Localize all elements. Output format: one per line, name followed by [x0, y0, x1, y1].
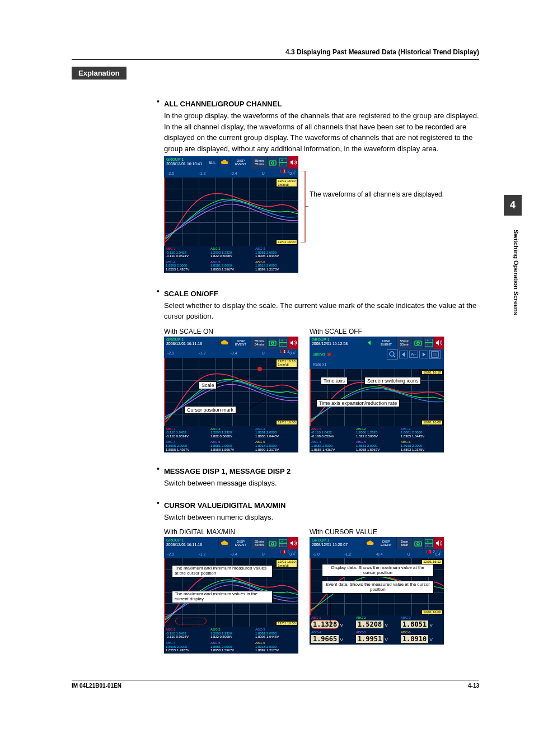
svg-text:×: × — [427, 543, 429, 547]
bullet-icon: • — [157, 464, 160, 475]
section-body-message: Switch between message displays. — [164, 478, 479, 489]
callout-rate: Time axis expansion/reduction rate — [316, 399, 400, 407]
svg-point-15 — [417, 342, 419, 344]
status-icon — [218, 337, 230, 349]
figure-scale-off: GROUP 12008/12/01 16:12:58 DISPEVENT 55m… — [310, 337, 444, 453]
channel-footer: ABC-1-0.110 1.0452-0.110 0.0524VABC-21.2… — [164, 426, 298, 453]
callout-maxmin-cursor: The maximum and minimum measured values … — [172, 565, 273, 577]
time-label: 12/01 16:00 — [276, 621, 297, 626]
axis-row: -2.0-1.2-0.4U0.411234 — [164, 169, 298, 178]
speaker-icon[interactable] — [434, 537, 444, 549]
rec-dot-icon — [327, 353, 331, 356]
section-title-cursor: CURSOR VALUE/DIGITAL MAX/MIN — [164, 501, 479, 510]
figure-scale-on: GROUP 12008/12/01 16:11:18 DISPEVENT 55m… — [164, 337, 298, 453]
plus-minus-icon[interactable]: +× — [278, 337, 288, 349]
svg-text:×: × — [281, 543, 283, 547]
footer-rule — [72, 680, 479, 680]
group-datetime: GROUP 12008/12/01 16:12:58 — [310, 337, 364, 349]
svg-point-7 — [271, 342, 274, 344]
disp-event-label: DISPEVENT — [230, 337, 251, 349]
svg-point-20 — [390, 352, 394, 356]
time-label: 12/01 16:00 — [276, 240, 297, 245]
time-label: 12/01 16:10 — [421, 370, 443, 375]
time-label: 12/01 16:101min/di — [276, 179, 297, 187]
disp-event-label: DISPEVENT — [376, 337, 396, 349]
plus-minus-icon[interactable]: +× — [278, 156, 288, 169]
running-header: 4.3 Displaying Past Measured Data (Histo… — [72, 48, 479, 56]
plot-area: 12/01 16:101min/di 12/01 16:00 The maxim… — [164, 558, 298, 627]
time-label: 12/01 16:00 — [421, 610, 443, 615]
section-body-scale: Select whether to display the scale. The… — [164, 300, 479, 322]
status-icon — [218, 156, 230, 169]
svg-point-35 — [417, 543, 419, 545]
nav-icon[interactable]: A~ — [409, 351, 418, 358]
caption-digital-max: With DIGITAL MAX/MIN — [164, 528, 298, 536]
plus-minus-icon[interactable]: +× — [423, 337, 434, 349]
time-label: 12/01 16:00 — [276, 420, 297, 425]
duration-label: 55min55min — [396, 337, 413, 349]
footer-page-number: 4-13 — [468, 683, 479, 689]
svg-text:+: + — [281, 539, 283, 543]
duration-label: 55min54min — [251, 537, 267, 549]
duration-label: 55min54min — [251, 337, 267, 349]
speaker-icon[interactable] — [288, 156, 298, 169]
section-title-all-group: ALL CHANNEL/GROUP CHANNEL — [164, 100, 479, 108]
svg-text:×: × — [427, 343, 429, 347]
all-label: ALL — [205, 156, 218, 169]
callout-display-data: Display data: Shows the maximum value at… — [322, 564, 434, 576]
bracket-icon — [301, 171, 310, 242]
callout-screen-switch: Screen switching icons — [364, 377, 421, 385]
figure-all-channel: GROUP 12008/12/01 16:10:41 ALL DISPEVENT… — [164, 156, 298, 273]
camera-icon[interactable] — [413, 337, 423, 349]
svg-text:+: + — [427, 539, 429, 543]
svg-text:×: × — [281, 343, 283, 347]
svg-text:+: + — [427, 339, 429, 343]
arrow-right-icon[interactable] — [419, 351, 428, 358]
callout-cursor-mark: Cursor position mark — [184, 406, 236, 414]
bullet-icon: • — [157, 96, 160, 108]
speaker-icon[interactable] — [288, 337, 298, 349]
speaker-icon[interactable] — [288, 537, 298, 549]
disp-event-label: DISPEVENT — [376, 537, 396, 549]
plus-minus-icon[interactable]: +× — [423, 537, 434, 549]
div-label: 1min/di — [313, 352, 326, 356]
caption-scale-off: With SCALE OFF — [310, 328, 444, 335]
plus-minus-icon[interactable]: +× — [278, 537, 288, 549]
camera-icon[interactable] — [413, 537, 423, 549]
camera-icon[interactable] — [267, 337, 278, 349]
channel-footer: ABC-1-0.110 1.0452-0.110 0.0524VABC-21.2… — [164, 627, 298, 654]
chapter-tab: 4 — [504, 195, 522, 216]
duration-label: 5min6min — [396, 537, 413, 549]
callout-all-channels: The waveforms of all channels are displa… — [310, 190, 444, 199]
status-icon — [364, 337, 376, 349]
camera-icon[interactable] — [267, 156, 278, 169]
plot-area: 12/01 16:12 12/01 16:00 Display data: Sh… — [310, 558, 444, 615]
icon-row: 1min/di A~ — [310, 349, 444, 360]
svg-point-1 — [271, 162, 274, 164]
figure-cursor-value: GROUP 12008/12/01 16:20:07 DISPEVENT 5mi… — [310, 537, 444, 645]
caption-cursor-value: With CURSOR VALUE — [310, 528, 444, 536]
header-rule — [72, 59, 479, 60]
plot-area: 12/01 16:101min/di 12/01 16:00 — [164, 178, 298, 246]
speaker-icon[interactable] — [434, 337, 444, 349]
footer-doc-id: IM 04L21B01-01EN — [72, 683, 121, 689]
explanation-badge: Explanation — [72, 67, 127, 80]
screen-switch-icon[interactable] — [429, 350, 441, 359]
plot-area: 12/01 16:101min/di 12/01 16:00 Scale Cur… — [164, 358, 298, 426]
channel-footer: ABC-1-0.110 1.0452-0.110 0.0524VABC-21.2… — [164, 246, 298, 273]
callout-maxmin-display: The maximum and minimum values in the cu… — [172, 591, 273, 603]
svg-point-27 — [271, 543, 274, 545]
plot-area: 12/01 16:10 12/01 16:00 Time axis Screen… — [310, 369, 444, 426]
group-datetime: GROUP 12008/12/01 16:10:41 — [164, 156, 205, 169]
section-body-cursor: Switch between numeric displays. — [164, 512, 479, 523]
cursor-mark-icon — [257, 367, 262, 371]
group-datetime: GROUP 12008/12/01 16:11:18 — [164, 337, 218, 349]
time-label: 12/01 16:101min/di — [276, 559, 297, 568]
section-title-scale: SCALE ON/OFF — [164, 290, 479, 298]
svg-text:×: × — [281, 162, 283, 166]
arrow-left-icon[interactable] — [399, 351, 408, 358]
zoom-out-icon[interactable] — [387, 349, 398, 360]
camera-icon[interactable] — [267, 537, 278, 549]
status-icon — [364, 537, 376, 549]
caption-scale-on: With SCALE ON — [164, 328, 298, 335]
